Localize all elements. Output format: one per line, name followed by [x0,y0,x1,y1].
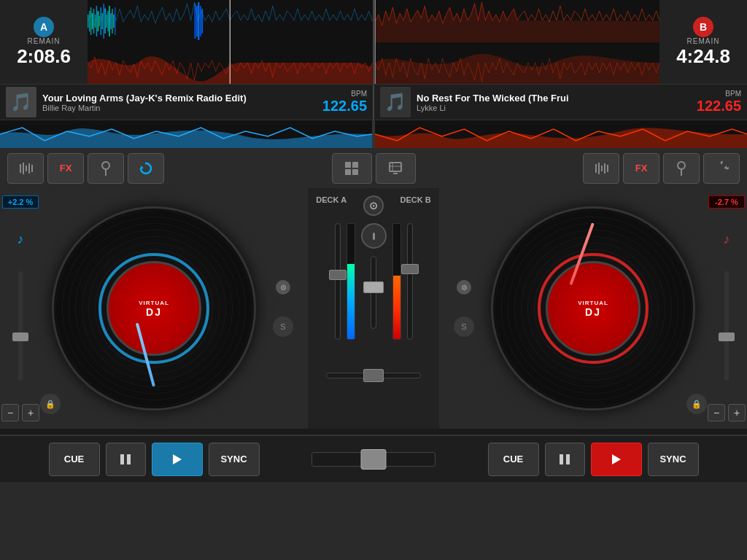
deck-a-remain: REMAIN [28,37,61,45]
deck-a-note-icon: ♪ [18,232,24,247]
deck-b-platter[interactable]: VIRTUAL DJ [491,206,695,411]
svg-rect-44 [393,173,398,174]
transport-crossfader [308,452,439,467]
master-knob[interactable] [361,223,387,249]
deck-b-waveform-bottom[interactable] [375,42,660,84]
svg-rect-21 [196,6,198,36]
svg-rect-16 [110,13,111,29]
bpm-area-b: BPM 122.65 [683,90,741,114]
svg-rect-40 [352,169,358,175]
deck-b-waveform-top[interactable] [375,0,660,42]
eq-btn-b[interactable] [583,153,619,184]
deck-a-level-fill [347,264,355,339]
deck-a-s-btn[interactable]: S [273,316,293,337]
deck-a-pitch-slider[interactable] [18,271,23,381]
deck-a-play-btn[interactable] [152,443,203,476]
deck-b-info: B REMAIN 4:24.8 [659,0,747,84]
svg-rect-8 [99,16,100,26]
deck-b-waveform[interactable] [375,0,660,84]
deck-a-label: A [34,17,54,37]
mini-waveform-bar[interactable] [0,120,747,148]
pin-btn-a[interactable] [88,153,124,184]
deck-a-minus-btn[interactable]: − [1,404,19,421]
main-crossfader-bar[interactable] [311,452,436,467]
mini-waveform-right[interactable] [375,120,747,148]
deck-b-minus-plus: − + [708,404,746,421]
svg-rect-53 [120,454,124,464]
album-art-b: 🎵 [380,87,411,117]
controls-bar: FX [0,148,747,188]
svg-rect-10 [102,13,103,29]
deck-b-pause-btn[interactable] [545,443,585,476]
crossfader-thumb[interactable] [363,281,384,293]
reload-btn-a[interactable] [128,153,164,184]
svg-rect-2 [90,7,91,35]
deck-a-platter[interactable]: VIRTUAL DJ [52,206,256,411]
svg-rect-30 [23,163,24,174]
deck-b-fader-thumb[interactable] [401,264,419,274]
deck-a-waveform-top[interactable] [88,0,373,42]
deck-b-turntable-area: VIRTUAL DJ -2.7 % ♪ − + ⚙ S [439,188,747,429]
deck-b-sync-btn[interactable]: SYNC [648,443,699,476]
deck-a-fader-thumb[interactable] [329,270,347,280]
mini-waveform-left[interactable] [0,120,372,148]
svg-rect-29 [20,164,21,173]
main-crossfader-thumb[interactable] [361,449,387,470]
grid-view-btn[interactable] [332,153,372,184]
svg-rect-39 [345,169,351,175]
browser-btn[interactable] [376,153,416,184]
deck-b-fader-track[interactable] [407,223,413,340]
deck-a-fader-track[interactable] [335,223,341,340]
svg-rect-9 [101,7,101,35]
svg-rect-47 [601,166,603,171]
mixer-center: DECK A ⊙ DECK B [308,188,439,429]
reload-btn-b[interactable] [703,153,740,184]
deck-b-cue-btn[interactable]: CUE [488,443,539,476]
deck-a-turntable-area: +2.2 % ♪ − + VIRTUAL DJ [0,188,308,429]
crossfader-track[interactable] [371,256,376,329]
deck-b-note-icon: ♪ [724,232,730,247]
deck-b-minus-btn[interactable]: − [708,404,725,421]
fx-btn-a[interactable]: FX [47,153,84,184]
waveform-section: A REMAIN 2:08.6 [0,0,747,84]
center-view-btns [332,153,416,184]
fx-btn-b[interactable]: FX [623,153,659,184]
deck-a-circle: A [34,17,54,37]
deck-a-pause-btn[interactable] [106,443,146,476]
deck-a-turntable[interactable]: VIRTUAL DJ [52,206,256,411]
deck-b-remain: REMAIN [687,37,720,45]
deck-a-plus-btn[interactable]: + [22,404,39,421]
deck-labels-row: DECK A ⊙ DECK B [308,195,439,216]
deck-b-pitch-display: -2.7 % [708,195,745,209]
pin-btn-b[interactable] [663,153,700,184]
main-deck-area: +2.2 % ♪ − + VIRTUAL DJ [0,188,747,429]
deck-b-pitch-slider[interactable] [724,271,729,381]
deck-b-gear-icon[interactable]: ⚙ [457,280,471,295]
deck-b-lock-icon[interactable]: 🔒 [686,394,707,414]
svg-rect-32 [28,163,30,174]
svg-rect-38 [352,162,358,168]
svg-point-50 [678,162,685,169]
deck-a-cue-btn[interactable]: CUE [49,443,100,476]
deck-a-pitch-thumb[interactable] [12,332,28,341]
eq-btn-a[interactable] [7,153,44,184]
svg-rect-6 [96,6,97,36]
bpm-area-a: BPM 122.65 [309,90,367,114]
deck-a-transport: CUE SYNC [0,443,308,476]
deck-a-gear-icon[interactable]: ⚙ [276,280,290,295]
deck-a-waveform-bottom[interactable] [88,42,373,84]
svg-rect-22 [198,2,199,40]
deck-b-plus-btn[interactable]: + [728,404,746,421]
deck-b-pitch-thumb[interactable] [719,332,735,341]
deck-a-waveform[interactable] [88,0,373,84]
deck-a-lock-icon[interactable]: 🔒 [40,394,61,414]
deck-b-bottom-right: 🔒 [686,394,707,414]
svg-rect-33 [31,165,33,172]
xfader-track[interactable] [326,373,421,378]
deck-a-sync-btn[interactable]: SYNC [209,443,260,476]
deck-b-s-btn[interactable]: S [454,316,474,337]
xfader-thumb[interactable] [363,369,384,382]
deck-b-turntable[interactable]: VIRTUAL DJ [491,206,695,411]
deck-b-play-btn[interactable] [591,443,642,476]
deck-b-mixer-label: DECK B [400,195,430,216]
